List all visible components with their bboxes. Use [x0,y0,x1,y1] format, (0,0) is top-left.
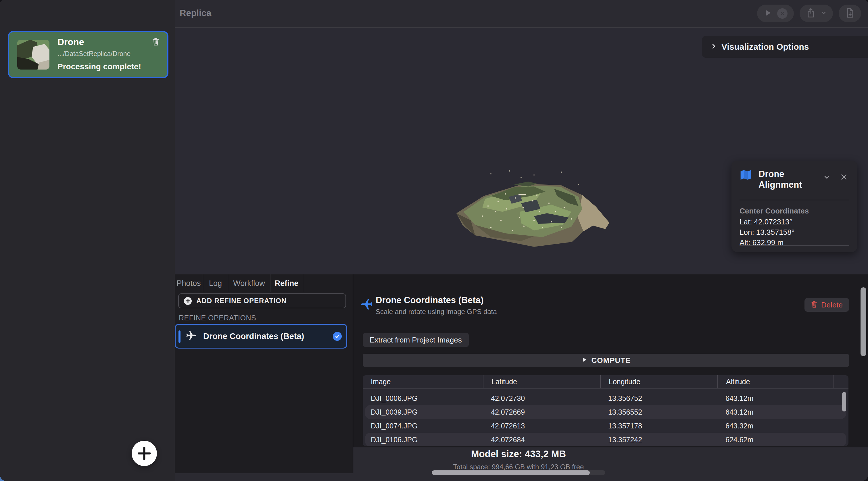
operation-subtitle: Scale and rotate using image GPS data [376,308,497,316]
delete-project-icon[interactable] [152,37,160,47]
table-header: Image Latitude Longitude Altitude [363,375,848,388]
table-cell: 42.072730 [483,394,600,403]
refine-operations-label: REFINE OPERATIONS [179,314,256,322]
table-row[interactable]: DJI_0074.JPG42.07261313.357178643.32m [363,419,848,433]
project-card[interactable]: Drone .../DataSetReplica/Drone Processin… [8,31,168,78]
tab-photos[interactable]: Photos [175,275,203,292]
table-cell: 643.32m [717,422,834,430]
airplane-icon [185,330,197,343]
longitude-value: Lon: 13.357158° [740,228,795,237]
play-icon[interactable] [764,9,772,19]
collapse-chevron-icon[interactable] [823,173,831,183]
disk-space-label: Total space: 994,66 GB with 91,23 GB fre… [432,463,605,471]
panel-scrollbar[interactable] [861,287,866,356]
visualization-options-label: Visualization Options [721,42,809,52]
sidebar: Drone .../DataSetReplica/Drone Processin… [0,0,175,481]
project-status: Processing complete! [58,62,141,71]
cancel-icon[interactable] [777,8,787,19]
column-header-altitude[interactable]: Altitude [717,375,834,388]
viewport-3d[interactable]: Visualization Options Drone Alignment [175,27,868,275]
table-cell: 13.357178 [600,422,717,430]
export-document-button[interactable] [839,5,861,22]
table-cell: 643.12m [720,408,836,416]
compute-button[interactable]: COMPUTE [363,354,849,367]
operation-detail-panel: Drone Coordinates (Beta) Scale and rotat… [353,275,868,447]
project-path: .../DataSetReplica/Drone [58,50,130,58]
table-cell: DJI_0074.JPG [363,422,483,430]
table-body: DJI_0006.JPG42.07273013.356752643.12mDJI… [363,388,848,446]
table-cell: DJI_0006.JPG [363,394,483,403]
table-cell: 42.072613 [483,422,600,430]
toolbar [757,5,861,22]
divider [740,245,849,246]
tab-bar: Photos Log Workflow Refine [175,275,353,292]
alignment-panel-title: Drone Alignment [758,169,816,190]
share-icon [806,7,816,20]
drone-alignment-panel: Drone Alignment Center Coordinates Lat: … [732,161,857,252]
latitude-value: Lat: 42.072313° [740,218,793,226]
table-row[interactable]: DJI_0039.JPG42.07266913.356552643.12m [365,405,846,419]
tab-refine[interactable]: Refine [271,275,303,292]
column-header-spacer [834,375,848,388]
table-cell: 13.356752 [600,394,717,403]
column-header-latitude[interactable]: Latitude [483,375,600,388]
model-size-label: Model size: 433,2 MB [432,449,605,459]
add-project-button[interactable] [132,441,157,466]
project-thumbnail [17,40,50,69]
export-document-icon [845,7,855,20]
chevron-down-icon [821,10,827,17]
map-icon [740,169,752,183]
airplane-icon [360,297,373,312]
delete-operation-button[interactable]: Delete [804,298,849,312]
disk-usage-bar [432,470,605,475]
app-window: Replica [0,0,868,481]
table-cell: 624.62m [720,436,836,444]
tab-workflow[interactable]: Workflow [228,275,271,292]
chevron-right-icon [711,42,717,51]
trash-icon [811,300,818,309]
altitude-value: Alt: 632.99 m [740,238,783,247]
disk-usage-fill [432,470,590,475]
refine-sidebar: Photos Log Workflow Refine ADD REFINE OP… [175,275,353,473]
project-name: Drone [58,37,84,47]
tab-log[interactable]: Log [203,275,228,292]
share-menu[interactable] [800,5,833,22]
terrain-model[interactable] [448,169,615,256]
visualization-options-bar[interactable]: Visualization Options [702,36,868,58]
table-row[interactable]: DJI_0006.JPG42.07273013.356752643.12m [363,391,848,405]
column-header-image[interactable]: Image [363,375,483,388]
operation-title: Drone Coordinates (Beta) [376,295,484,306]
extract-from-project-images-button[interactable]: Extract from Project Images [363,333,469,347]
table-cell: 42.072669 [485,408,602,416]
center-coordinates-label: Center Coordinates [740,206,809,216]
table-cell: DJI_0039.JPG [365,408,485,416]
table-cell: 13.357242 [602,436,720,444]
operation-item-drone-coordinates[interactable]: Drone Coordinates (Beta) [175,324,347,349]
close-icon[interactable] [840,173,847,182]
column-header-longitude[interactable]: Longitude [600,375,717,388]
table-cell: DJI_0106.JPG [365,436,485,444]
table-cell: 42.072684 [485,436,602,444]
selection-bar [179,330,181,343]
status-footer: Model size: 433,2 MB Total space: 994,66… [353,447,868,481]
table-cell: 13.356552 [602,408,720,416]
plus-circle-icon [184,297,192,305]
table-row[interactable]: DJI_0106.JPG42.07268413.357242624.62m [365,433,846,446]
table-scrollbar[interactable] [842,392,846,412]
divider [740,200,849,200]
check-circle-icon [333,332,342,341]
gps-table: Image Latitude Longitude Altitude DJI_00… [363,375,848,446]
run-controls [757,5,794,22]
table-cell: 643.12m [717,394,834,403]
play-icon [581,357,587,364]
add-refine-operation-button[interactable]: ADD REFINE OPERATION [178,293,346,308]
window-title: Replica [180,8,211,19]
